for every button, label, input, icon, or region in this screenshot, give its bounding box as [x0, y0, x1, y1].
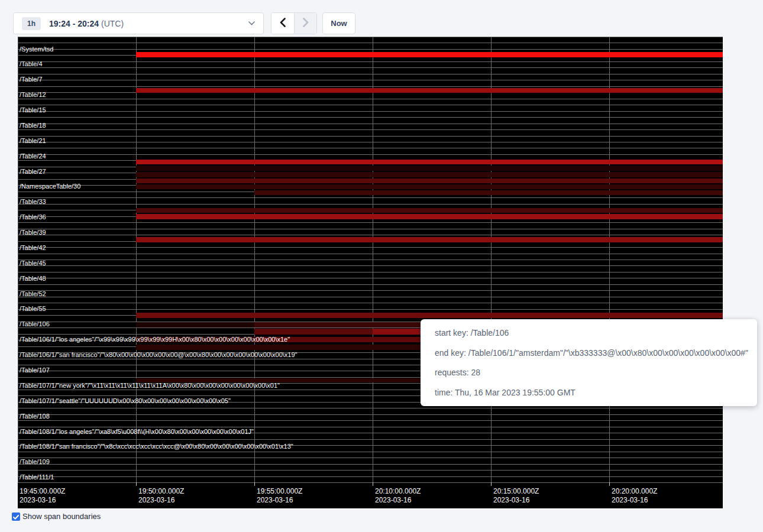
span-boundary-line	[18, 452, 723, 452]
span-boundary-line	[18, 254, 723, 254]
heatmap-band[interactable]	[136, 208, 723, 213]
next-button[interactable]	[294, 13, 316, 34]
span-boundary-line	[18, 420, 723, 421]
row-label: /Table/39	[20, 229, 46, 236]
span-boundary-line	[18, 197, 723, 198]
axis-label: 19:50:00.000Z2023-03-16	[138, 487, 184, 505]
span-boundary-line	[18, 105, 723, 105]
span-boundary-line	[18, 67, 723, 68]
span-boundary-line	[18, 111, 723, 112]
span-boundary-line	[18, 154, 723, 155]
checkbox-label: Show span boundaries	[22, 512, 101, 521]
span-boundary-line	[18, 303, 723, 303]
span-boundary-line	[18, 142, 723, 142]
span-boundary-line	[18, 86, 723, 87]
span-boundary-line	[18, 458, 723, 458]
heatmap-band[interactable]	[136, 322, 254, 327]
axis-tick	[136, 482, 137, 486]
time-nav-group	[271, 12, 317, 34]
row-label: /Table/48	[20, 275, 46, 283]
time-gridline	[373, 37, 373, 482]
chevron-left-icon	[280, 18, 286, 29]
row-label: /Table/24	[20, 153, 46, 160]
span-boundary-line	[18, 297, 723, 297]
key-visualizer-canvas[interactable]: /System/tsd/Table/4/Table/7/Table/12/Tab…	[18, 37, 723, 508]
span-boundary-line	[18, 482, 723, 483]
axis-tick	[373, 482, 373, 486]
row-label: /Table/106	[20, 320, 50, 328]
axis-tick	[609, 482, 610, 486]
span-boundary-line	[18, 464, 723, 465]
axis-label: 19:45:00.000Z2023-03-16	[20, 487, 65, 505]
heatmap-band[interactable]	[136, 179, 723, 183]
row-label: /Table/106/1/"san francisco"/"\x80\x00\x…	[20, 351, 298, 359]
tooltip-end-key: end key: /Table/106/1/"amsterdam"/"\xb33…	[435, 347, 743, 359]
row-label: /System/tsd	[20, 46, 53, 53]
heatmap-band[interactable]	[254, 190, 723, 195]
previous-button[interactable]	[271, 13, 294, 34]
time-range-value: 19:24 - 20:24	[49, 19, 99, 28]
heatmap-band[interactable]	[136, 313, 723, 318]
heatmap-band[interactable]	[136, 172, 723, 177]
axis-date: 2023-03-16	[257, 496, 302, 505]
axis-label: 20:20:00.000Z2023-03-16	[612, 487, 657, 505]
row-label: /Table/52	[20, 290, 46, 298]
time-gridline	[491, 37, 492, 482]
toolbar: 1h 19:24 - 20:24 (UTC) Now	[0, 0, 763, 37]
axis-time: 19:55:00.000Z	[257, 487, 302, 496]
row-label: /Table/27	[20, 168, 46, 176]
heatmap-band[interactable]	[136, 214, 723, 219]
span-boundary-line	[18, 272, 723, 273]
span-boundary-line	[18, 284, 723, 285]
row-label: /Table/12	[20, 91, 46, 99]
row-label: /Table/106/1/"los angeles"/"\x99\x99\x99…	[20, 336, 290, 343]
row-label: /Table/108/1/"los angeles"/"\xa8\xf5\u00…	[20, 428, 254, 436]
row-label: /Table/36	[20, 213, 46, 221]
span-boundary-line	[18, 470, 723, 471]
axis-time: 19:50:00.000Z	[138, 487, 184, 496]
heatmap-band[interactable]	[136, 52, 723, 57]
span-boundary-line	[18, 265, 723, 266]
time-range-picker[interactable]: 1h 19:24 - 20:24 (UTC)	[13, 12, 264, 34]
row-label: /Table/18	[20, 122, 46, 129]
span-boundaries-control: Show span boundaries	[12, 512, 101, 521]
span-boundary-line	[18, 290, 723, 291]
duration-badge: 1h	[22, 17, 41, 30]
span-boundary-line	[18, 229, 723, 229]
chevron-down-icon	[248, 21, 255, 25]
span-boundary-line	[18, 37, 723, 37]
axis-date: 2023-03-16	[375, 496, 421, 505]
span-boundary-line	[18, 99, 723, 99]
span-boundary-line	[18, 278, 723, 278]
time-range-label: 19:24 - 20:24 (UTC)	[49, 19, 124, 28]
axis-date: 2023-03-16	[612, 496, 657, 505]
span-boundary-line	[18, 427, 723, 427]
span-boundary-line	[18, 414, 723, 415]
now-button[interactable]: Now	[322, 12, 355, 34]
span-boundary-line	[18, 43, 723, 43]
span-boundary-line	[18, 476, 723, 477]
span-boundaries-checkbox[interactable]	[12, 512, 20, 521]
heatmap-band[interactable]	[254, 329, 373, 335]
span-boundary-line	[18, 49, 723, 50]
heatmap-band[interactable]	[136, 166, 723, 171]
span-boundary-line	[18, 408, 723, 408]
hover-tooltip: start key: /Table/106 end key: /Table/10…	[421, 319, 757, 406]
canvas-left-edge	[18, 37, 18, 482]
span-boundary-line	[18, 129, 723, 130]
span-boundary-line	[18, 309, 723, 310]
span-boundary-line	[18, 74, 723, 74]
heatmap-band[interactable]	[136, 184, 723, 189]
span-boundary-line	[18, 204, 723, 205]
row-label: /Table/107/1/"seattle"/"UUUUUUD\x00\x80\…	[20, 397, 231, 405]
heatmap-band[interactable]	[136, 237, 723, 242]
heatmap-band[interactable]	[136, 88, 723, 93]
heatmap-band[interactable]	[136, 160, 723, 164]
row-label: /Table/109	[20, 458, 50, 466]
axis-date: 2023-03-16	[493, 496, 539, 505]
span-boundary-line	[18, 439, 723, 440]
axis-date: 2023-03-16	[138, 496, 184, 505]
span-boundary-line	[18, 124, 723, 124]
row-label: /NamespaceTable/30	[20, 183, 80, 190]
timezone-label: (UTC)	[101, 19, 124, 28]
